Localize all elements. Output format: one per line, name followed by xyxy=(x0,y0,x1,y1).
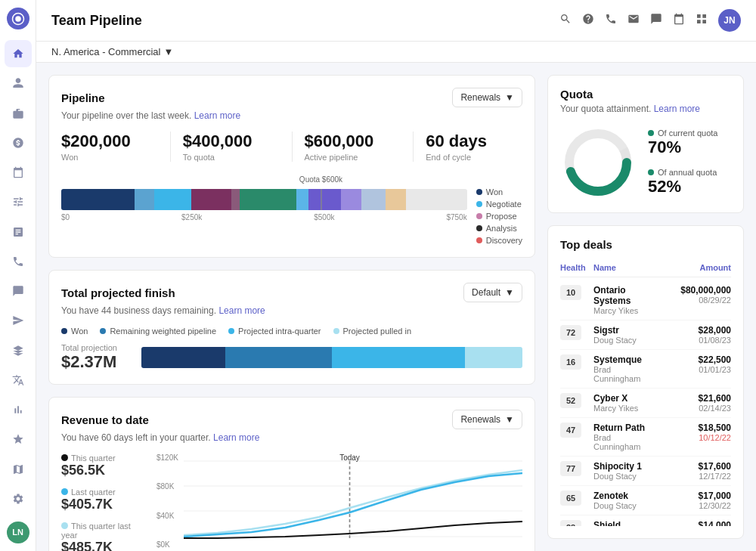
legend-discovery: Discovery xyxy=(476,236,522,245)
top-deals-title: Top deals xyxy=(560,238,731,251)
quota-current-dot xyxy=(648,130,654,136)
pipeline-dropdown[interactable]: Renewals ▼ xyxy=(452,88,522,107)
revenue-title: Revenue to date xyxy=(61,413,149,426)
revenue-body: This quarter $56.5K Last quarter $405.7K… xyxy=(61,453,522,551)
sub-header: N. America - Commercial ▼ xyxy=(36,42,756,63)
quota-learn-more[interactable]: Learn more xyxy=(654,104,700,114)
pipeline-learn-more[interactable]: Learn more xyxy=(194,110,240,121)
sidebar-item-settings[interactable] xyxy=(5,485,32,512)
quota-title: Quota xyxy=(560,88,593,101)
revenue-learn-more[interactable]: Learn more xyxy=(213,432,259,443)
sidebar-item-contacts[interactable] xyxy=(5,70,32,97)
legend-negotiate: Negotiate xyxy=(476,200,522,209)
sidebar-item-favorites[interactable] xyxy=(5,426,32,453)
projection-value: $2.37M xyxy=(61,352,129,372)
region-selector[interactable]: N. America - Commercial ▼ xyxy=(51,46,173,57)
quota-body: Of current quota 70% Of annual quota 52% xyxy=(560,125,731,200)
sidebar-item-map[interactable] xyxy=(5,456,32,482)
rev-ly-value: $485.7K xyxy=(61,540,144,551)
revenue-dropdown[interactable]: Renewals ▼ xyxy=(452,410,522,429)
revenue-subtitle: You have 60 days left in your quarter. L… xyxy=(61,432,522,443)
revenue-card-header: Revenue to date Renewals ▼ xyxy=(61,410,522,429)
axis-0: $0 xyxy=(61,213,70,221)
projection-learn-more[interactable]: Learn more xyxy=(218,305,265,316)
deal-row[interactable]: 77 Shipocity 1Doug Stacy $17,60012/17/22 xyxy=(560,457,731,486)
quota-stats: Of current quota 70% Of annual quota 52% xyxy=(648,128,731,197)
deal-row[interactable]: 65 ZenotekDoug Stacy $17,00012/30/22 xyxy=(560,486,731,515)
sidebar-item-messages[interactable] xyxy=(5,278,32,305)
proj-legend-won: Won xyxy=(61,327,88,336)
deal-row[interactable]: 72 SigstrDoug Stacy $28,00001/08/23 xyxy=(560,320,731,350)
phone-icon[interactable] xyxy=(605,13,617,28)
quota-card-header: Quota xyxy=(560,88,731,101)
pipeline-card: Pipeline Renewals ▼ Your pipeline over t… xyxy=(48,75,535,258)
deal-row[interactable]: 47 Return PathBrad Cunningham $18,50010/… xyxy=(560,418,731,457)
bar-analysis-2 xyxy=(296,189,308,210)
rev-this-q-label: This quarter xyxy=(61,453,144,463)
stat-divider-1 xyxy=(170,132,171,162)
stat-divider-3 xyxy=(413,132,414,162)
stat-quota-value: $400,000 xyxy=(183,132,280,151)
projection-row: Total projection $2.37M xyxy=(61,343,522,372)
quota-annual-label: Of annual quota xyxy=(648,168,731,177)
sidebar-item-dollar[interactable] xyxy=(5,129,32,156)
chevron-down-icon: ▼ xyxy=(163,46,173,57)
pipeline-title: Pipeline xyxy=(61,91,105,104)
app-logo[interactable] xyxy=(7,8,29,29)
chat-icon[interactable] xyxy=(650,13,662,28)
projection-dropdown[interactable]: Default ▼ xyxy=(463,283,522,302)
rev-stat-last-q: Last quarter $405.7K xyxy=(61,488,144,512)
rev-stat-ly: This quarter last year $485.7K xyxy=(61,522,144,551)
col-name-header: Name xyxy=(593,263,657,272)
pipeline-bar-chart: Quota $600k xyxy=(61,174,467,245)
sidebar-item-reports[interactable] xyxy=(5,218,32,245)
deal-row[interactable]: 16 SystemqueBrad Cunningham $22,50001/01… xyxy=(560,350,731,388)
quota-current-value: 70% xyxy=(648,138,731,157)
proj-legend-pulled: Projected pulled in xyxy=(333,327,412,336)
sidebar-item-tune[interactable] xyxy=(5,189,32,215)
sidebar-item-calendar[interactable] xyxy=(5,159,32,185)
sidebar-item-home[interactable] xyxy=(5,40,32,67)
header-left: Team Pipeline xyxy=(51,13,142,29)
deal-row[interactable]: 38 Shield SystemsMarcy Yikes $14,00011/0… xyxy=(560,515,731,526)
projection-card: Total projected finish Default ▼ You hav… xyxy=(48,270,535,385)
grid-icon[interactable] xyxy=(696,13,708,28)
proj-bar-pulled xyxy=(465,347,522,368)
quota-annual-value: 52% xyxy=(648,177,731,197)
region-label: N. America - Commercial xyxy=(51,46,160,57)
user-avatar[interactable]: LN xyxy=(7,522,29,543)
y-axis: $120K $80K $40K $0K xyxy=(156,453,178,549)
quota-subtitle: Your quota attainment. Learn more xyxy=(560,104,731,114)
email-icon[interactable] xyxy=(627,13,640,28)
stat-quota: $400,000 To quota xyxy=(183,132,280,162)
right-column: Quota Your quota attainment. Learn more xyxy=(547,75,744,539)
calendar-icon[interactable] xyxy=(673,13,685,28)
deal-row[interactable]: 10 Ontario SystemsMarcy Yikes $80,000,00… xyxy=(560,280,731,320)
bar-with-quota: Quota $600k xyxy=(61,189,467,210)
sidebar-item-phone[interactable] xyxy=(5,248,32,274)
user-header-avatar[interactable]: JN xyxy=(718,9,741,32)
col-amount-header: Amount xyxy=(663,263,731,272)
projection-subtitle: You have 44 business days remaining. Lea… xyxy=(61,305,522,316)
sidebar-item-chart[interactable] xyxy=(5,397,32,423)
bar-empty xyxy=(406,189,467,210)
sidebar-item-tools[interactable] xyxy=(5,367,32,393)
pipeline-chevron-icon: ▼ xyxy=(505,92,514,103)
help-icon[interactable] xyxy=(582,13,594,28)
sidebar-item-briefcase[interactable] xyxy=(5,100,32,126)
rev-this-q-value: $56.5K xyxy=(61,463,144,478)
bar-other-2 xyxy=(386,189,406,210)
projection-legend: Won Remaining weighted pipeline Projecte… xyxy=(61,327,522,336)
bar-analysis xyxy=(240,189,296,210)
stat-won: $200,000 Won xyxy=(61,132,158,162)
quota-current-label: Of current quota xyxy=(648,128,731,138)
deal-row[interactable]: 52 Cyber XMarcy Yikes $21,60002/14/23 xyxy=(560,388,731,418)
sidebar-item-send[interactable] xyxy=(5,308,32,334)
axis-500k: $500k xyxy=(314,213,334,221)
revenue-chart-container: $120K $80K $40K $0K Today xyxy=(156,453,522,551)
header-icons: JN xyxy=(559,9,741,32)
deals-list: Health Name Amount 10 Ontario SystemsMar… xyxy=(560,258,731,526)
legend-propose: Propose xyxy=(476,212,522,221)
search-icon[interactable] xyxy=(559,13,572,28)
sidebar-item-layers[interactable] xyxy=(5,337,32,364)
